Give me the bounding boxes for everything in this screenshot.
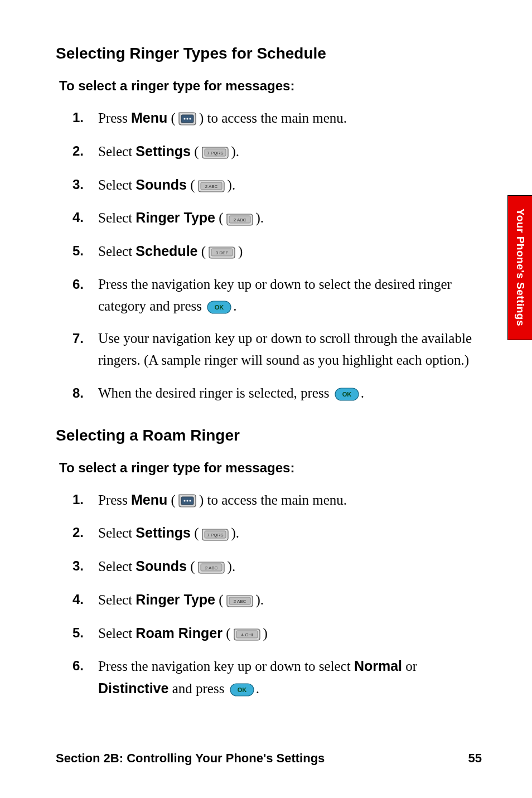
schedule-label: Schedule <box>136 243 197 259</box>
step-6: Press the navigation key up or down to s… <box>72 655 482 700</box>
ok-key-icon <box>206 300 232 315</box>
section-side-tab: Your Phone's Settings <box>507 195 532 340</box>
key-4-icon: 4 GHI <box>232 628 262 641</box>
key-2-icon: 2 ABC <box>225 213 255 226</box>
text: ( <box>167 110 176 125</box>
page-footer: Section 2B: Controlling Your Phone's Set… <box>56 751 482 766</box>
text: ). <box>256 592 264 607</box>
steps-schedule: Press Menu () to access the main menu. S… <box>72 107 482 404</box>
ringer-type-label: Ringer Type <box>136 210 215 225</box>
text: ). <box>231 144 240 159</box>
step-3: Select Sounds (2 ABC). <box>72 555 482 578</box>
text: ( <box>167 492 176 507</box>
step-5: Select Roam Ringer (4 GHI) <box>72 622 482 645</box>
settings-label: Settings <box>136 143 191 159</box>
subheading-schedule: To select a ringer type for messages: <box>59 78 482 94</box>
steps-roam: Press Menu () to access the main menu. S… <box>72 489 482 700</box>
text: or <box>402 659 417 674</box>
subheading-roam: To select a ringer type for messages: <box>59 460 482 476</box>
text: Select <box>98 525 136 540</box>
text: ). <box>228 559 236 574</box>
step-2: Select Settings (7 PQRS). <box>72 141 482 163</box>
text: ). <box>228 177 236 192</box>
text: Press <box>98 492 131 507</box>
text: Press the navigation key up or down to s… <box>98 277 452 313</box>
ok-key-icon <box>334 387 360 402</box>
menu-key-icon <box>177 112 198 127</box>
svg-text:7 PQRS: 7 PQRS <box>207 533 223 538</box>
text: . <box>233 298 236 313</box>
text: Select <box>98 144 136 159</box>
svg-text:2 ABC: 2 ABC <box>205 184 217 189</box>
roam-ringer-label: Roam Ringer <box>136 625 223 641</box>
text: and press <box>168 681 228 696</box>
text: When the desired ringer is selected, pre… <box>98 385 333 400</box>
step-5: Select Schedule (3 DEF) <box>72 240 482 263</box>
key-3-icon: 3 DEF <box>207 246 237 259</box>
step-1: Press Menu () to access the main menu. <box>72 107 482 129</box>
side-tab-label: Your Phone's Settings <box>514 209 526 326</box>
key-7-icon: 7 PQRS <box>200 528 230 541</box>
key-2-icon: 2 ABC <box>196 180 226 193</box>
step-3: Select Sounds (2 ABC). <box>72 174 482 196</box>
svg-text:7 PQRS: 7 PQRS <box>207 151 223 156</box>
text: Select <box>98 592 136 607</box>
text: Select <box>98 210 136 225</box>
step-4: Select Ringer Type (2 ABC). <box>72 207 482 229</box>
key-7-icon: 7 PQRS <box>200 146 230 159</box>
text: ( <box>187 559 195 574</box>
sounds-label: Sounds <box>136 177 187 192</box>
svg-text:2 ABC: 2 ABC <box>233 599 246 604</box>
text: ) <box>238 244 243 259</box>
step-2: Select Settings (7 PQRS). <box>72 522 482 544</box>
menu-label: Menu <box>131 110 167 125</box>
step-6: Press the navigation key up or down to s… <box>72 274 482 317</box>
text: ) to access the main menu. <box>199 492 347 507</box>
distinctive-label: Distinctive <box>98 680 168 696</box>
text: ( <box>215 210 224 225</box>
svg-text:3 DEF: 3 DEF <box>216 250 229 255</box>
text: ( <box>223 626 231 641</box>
text: Use your navigation key up or down to sc… <box>98 331 472 367</box>
step-8: When the desired ringer is selected, pre… <box>72 383 482 404</box>
text: ( <box>187 177 195 192</box>
footer-section-label: Section 2B: Controlling Your Phone's Set… <box>56 751 325 766</box>
svg-text:2 ABC: 2 ABC <box>205 565 217 570</box>
step-7: Use your navigation key up or down to sc… <box>72 328 482 371</box>
text: . <box>361 385 364 400</box>
text: . <box>256 681 259 696</box>
text: Press <box>98 110 131 125</box>
step-1: Press Menu () to access the main menu. <box>72 489 482 511</box>
text: Select <box>98 559 136 574</box>
text: ). <box>231 525 240 540</box>
heading-schedule: Selecting Ringer Types for Schedule <box>56 45 482 62</box>
menu-label: Menu <box>131 492 167 507</box>
manual-page: Your Phone's Settings Selecting Ringer T… <box>0 0 532 798</box>
text: ( <box>191 525 199 540</box>
text: ) <box>263 626 268 641</box>
sounds-label: Sounds <box>136 558 187 574</box>
normal-label: Normal <box>354 658 402 674</box>
text: Press the navigation key up or down to s… <box>98 659 354 674</box>
page-number: 55 <box>468 751 482 766</box>
text: Select <box>98 177 136 192</box>
key-2-icon: 2 ABC <box>225 594 255 608</box>
heading-roam: Selecting a Roam Ringer <box>56 427 482 444</box>
key-2-icon: 2 ABC <box>196 561 226 574</box>
text: ( <box>191 144 199 159</box>
text: Select <box>98 244 136 259</box>
ringer-type-label: Ringer Type <box>136 592 215 607</box>
svg-text:4 GHI: 4 GHI <box>241 632 253 637</box>
text: ( <box>215 592 224 607</box>
text: Select <box>98 626 136 641</box>
svg-text:2 ABC: 2 ABC <box>233 217 246 223</box>
ok-key-icon <box>229 683 255 697</box>
step-4: Select Ringer Type (2 ABC). <box>72 589 482 611</box>
settings-label: Settings <box>136 525 191 540</box>
text: ). <box>256 210 264 225</box>
menu-key-icon <box>177 494 198 509</box>
text: ) to access the main menu. <box>199 110 347 125</box>
text: ( <box>198 244 206 259</box>
